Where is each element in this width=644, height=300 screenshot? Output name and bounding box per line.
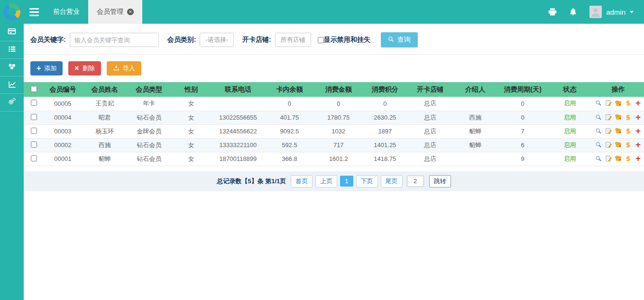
select-all-checkbox[interactable] [31, 86, 37, 92]
add-points-plus-icon[interactable]: + [635, 127, 642, 135]
row-checkbox[interactable] [31, 100, 37, 106]
cell-member-id: 00004 [44, 111, 81, 124]
view-magnifier-icon[interactable] [595, 113, 602, 121]
cell-member-id: 00005 [44, 97, 81, 111]
cell-referrer [452, 152, 498, 166]
cell-points: 1401.25 [362, 138, 408, 152]
keyword-input[interactable] [70, 33, 159, 47]
first-page-button[interactable]: 首页 [291, 175, 313, 188]
user-menu[interactable]: admin [589, 6, 634, 18]
cell-member-name: 昭君 [82, 111, 128, 124]
member-table-body: 00005 王贵妃 年卡 女 0 0 0 总店 0 启用 [24, 97, 644, 166]
cell-member-name: 西施 [82, 138, 128, 152]
store-select[interactable]: 所有店铺 [275, 33, 311, 47]
add-points-plus-icon[interactable]: + [635, 113, 642, 121]
sidebar-item-reports[interactable] [0, 76, 24, 94]
search-icon [388, 36, 394, 44]
hamburger-icon[interactable] [24, 0, 45, 24]
jump-button[interactable]: 跳转 [429, 175, 451, 188]
username: admin [606, 8, 626, 16]
view-magnifier-icon[interactable] [595, 155, 602, 162]
cell-store: 总店 [408, 111, 452, 124]
add-button[interactable]: + 添加 [30, 61, 63, 75]
recharge-coins-icon[interactable] [615, 113, 622, 121]
cell-operations: $ + [592, 111, 644, 124]
row-checkbox[interactable] [31, 128, 37, 134]
tab-close-icon[interactable]: ✕ [127, 9, 134, 15]
delete-button[interactable]: × 删除 [68, 61, 101, 75]
prev-page-button[interactable]: 上页 [315, 175, 337, 188]
add-points-plus-icon[interactable]: + [635, 99, 642, 107]
cell-member-id: 00003 [44, 124, 81, 138]
consume-dollar-icon[interactable]: $ [625, 99, 632, 107]
col-gender: 性别 [170, 82, 212, 97]
col-status: 状态 [547, 82, 592, 97]
next-page-button[interactable]: 下页 [356, 175, 378, 188]
show-disabled-checkbox-wrap[interactable]: 显示禁用和挂失 [318, 36, 370, 44]
current-page-button[interactable]: 1 [340, 176, 353, 187]
row-checkbox[interactable] [31, 141, 37, 148]
cell-points: 0 [362, 97, 408, 111]
cubes-icon [7, 62, 17, 73]
recharge-coins-icon[interactable] [615, 127, 622, 135]
delete-button-label: 删除 [83, 64, 95, 73]
edit-icon[interactable] [605, 113, 612, 121]
tab-member-management[interactable]: 会员管理 ✕ [88, 0, 142, 24]
view-magnifier-icon[interactable] [595, 99, 602, 107]
cell-status: 启用 [547, 111, 592, 124]
recharge-coins-icon[interactable] [615, 99, 622, 107]
edit-icon[interactable] [605, 99, 612, 107]
view-magnifier-icon[interactable] [595, 127, 602, 135]
sidebar-item-card[interactable] [0, 24, 24, 41]
add-points-plus-icon[interactable]: + [635, 141, 642, 149]
show-disabled-checkbox[interactable] [318, 37, 324, 43]
col-member-id: 会员编号 [44, 82, 81, 97]
col-operations: 操作 [592, 82, 644, 97]
sidebar-item-members[interactable] [0, 59, 24, 76]
tab-label: 会员管理 [97, 8, 123, 16]
cell-balance: 9092.5 [264, 124, 315, 138]
last-page-button[interactable]: 尾页 [381, 175, 403, 188]
import-button[interactable]: 导入 [107, 61, 141, 75]
consume-dollar-icon[interactable]: $ [625, 155, 632, 162]
search-button[interactable]: 查询 [381, 32, 418, 47]
jump-page-input[interactable] [407, 176, 424, 187]
consume-dollar-icon[interactable]: $ [625, 113, 632, 121]
table-row: 00002 西施 钻石会员 女 13333221100 592.5 717 14… [24, 138, 644, 152]
printer-icon[interactable] [548, 7, 557, 17]
add-points-plus-icon[interactable]: + [635, 155, 642, 162]
edit-icon[interactable] [605, 155, 612, 162]
row-checkbox[interactable] [31, 114, 37, 120]
category-select[interactable]: -请选择- [200, 33, 234, 47]
cell-member-name: 杨玉环 [82, 124, 128, 138]
topbar-right: admin [548, 0, 644, 24]
cell-amount: 0 [315, 97, 362, 111]
cell-points: 1897 [362, 124, 408, 138]
row-checkbox[interactable] [31, 155, 37, 161]
row-operations: $ + [595, 155, 642, 162]
sidebar-item-settings[interactable] [0, 94, 24, 112]
cell-cycle: 7 [498, 124, 547, 138]
cell-gender: 女 [170, 152, 212, 166]
edit-icon[interactable] [605, 141, 612, 149]
bell-icon[interactable] [569, 7, 578, 17]
app-logo[interactable] [0, 0, 24, 24]
cell-cycle: 6 [498, 138, 547, 152]
edit-icon[interactable] [605, 127, 612, 135]
view-magnifier-icon[interactable] [595, 141, 602, 149]
recharge-coins-icon[interactable] [615, 155, 622, 162]
recharge-coins-icon[interactable] [615, 141, 622, 149]
sidebar-item-list[interactable] [0, 41, 24, 59]
topbar: 前台营业 会员管理 ✕ admin [0, 0, 644, 24]
tab-front-desk[interactable]: 前台营业 [45, 0, 88, 24]
cell-member-type: 钻石会员 [128, 152, 170, 166]
consume-dollar-icon[interactable]: $ [625, 127, 632, 135]
cell-phone: 13244556622 [212, 124, 264, 138]
row-operations: $ + [595, 127, 642, 135]
consume-dollar-icon[interactable]: $ [625, 141, 632, 149]
row-operations: $ + [595, 99, 642, 107]
cell-member-type: 年卡 [128, 97, 170, 111]
cell-referrer: 西施 [452, 111, 498, 124]
import-button-label: 导入 [123, 64, 135, 73]
cell-amount: 1032 [315, 124, 362, 138]
